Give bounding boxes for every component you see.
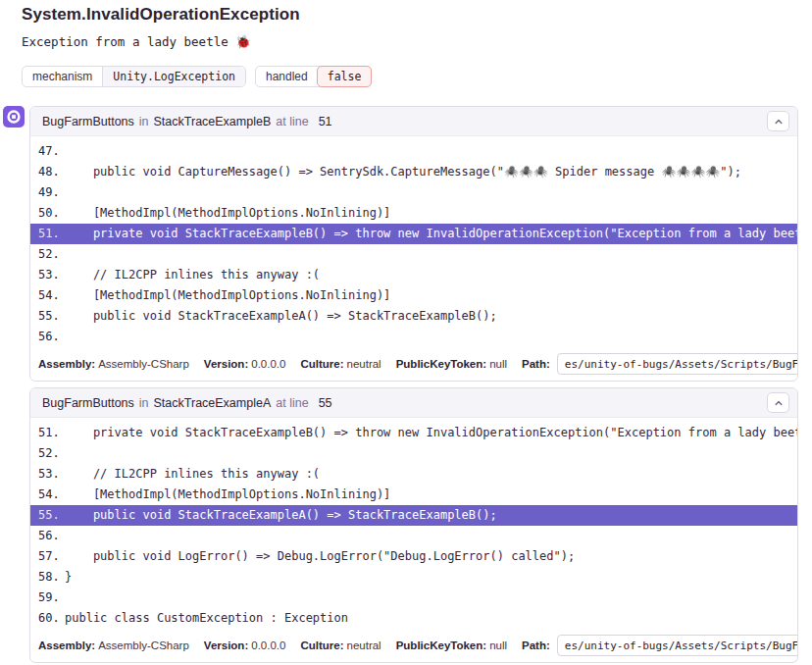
stack-frame: BugFarmButtonsinStackTraceExampleAat lin… [29,387,798,663]
frame-header[interactable]: BugFarmButtonsinStackTraceExampleAat lin… [30,388,797,417]
frame-list: BugFarmButtonsinStackTraceExampleBat lin… [29,106,798,665]
assembly-field-label: Assembly: [38,639,95,651]
tag-value: false [317,66,373,87]
line-number: 57. [38,546,65,567]
chevron-up-icon [774,117,784,127]
code-line: 50. [MethodImpl(MethodImplOptions.NoInli… [30,203,797,224]
line-source: // IL2CPP inlines this anyway :( [65,268,320,281]
code-line: 49. [30,182,797,203]
code-line: 52. [30,443,797,464]
stack-trace: BugFarmButtonsinStackTraceExampleBat lin… [29,106,798,665]
frame-function: StackTraceExampleA [154,396,272,410]
collapse-frame-button[interactable] [767,392,789,413]
assembly-field-value: Assembly-CSharp [98,639,189,651]
code-context: 51. private void StackTraceExampleB() =>… [30,417,797,632]
code-line: 48. public void CaptureMessage() => Sent… [30,162,797,182]
collapse-frame-button[interactable] [767,111,789,131]
frame-module: BugFarmButtons [42,115,134,128]
assembly-field: Version:0.0.0.0 [204,639,286,651]
line-source: private void StackTraceExampleB() => thr… [65,227,798,240]
code-line: 51. private void StackTraceExampleB() =>… [30,423,797,443]
tag-key: mechanism [23,67,102,86]
tag-key: handled [256,67,318,86]
line-number: 48. [38,162,65,182]
frame-in-label: in [139,396,149,410]
tag-list: mechanismUnity.LogExceptionhandledfalse [22,66,798,87]
line-source: [MethodImpl(MethodImplOptions.NoInlining… [65,288,390,302]
frame-function: StackTraceExampleB [154,115,272,128]
code-line: 56. [30,526,797,546]
line-number: 52. [38,244,65,265]
event-detail: System.InvalidOperationException Excepti… [0,0,812,665]
file-path: es/unity-of-bugs/Assets/Scripts/BugFarmB… [557,635,798,656]
assembly-info: Assembly:Assembly-CSharpVersion:0.0.0.0C… [30,350,797,381]
line-number: 51. [38,224,65,244]
code-line: 52. [30,244,797,265]
code-line: 53. // IL2CPP inlines this anyway :( [30,464,797,485]
line-source: } [65,570,72,584]
frame-at-line-label: at line [276,396,308,410]
assembly-field: PublicKeyToken:null [396,639,507,651]
line-number: 49. [38,182,65,203]
frame-header[interactable]: BugFarmButtonsinStackTraceExampleBat lin… [30,107,797,135]
assembly-field: Assembly:Assembly-CSharp [38,358,189,370]
line-source: public void StackTraceExampleA() => Stac… [65,309,497,323]
frame-line-number: 55 [319,396,332,410]
code-line-highlighted: 51. private void StackTraceExampleB() =>… [30,224,797,244]
tag-mechanism[interactable]: mechanismUnity.LogException [22,66,246,87]
tag-handled[interactable]: handledfalse [255,66,372,87]
unity-icon [3,106,25,128]
assembly-field: Version:0.0.0.0 [204,358,286,370]
exception-message: Exception from a lady beetle 🐞 [22,34,798,49]
tag-value: Unity.LogException [102,67,245,86]
line-source: public void StackTraceExampleA() => Stac… [65,508,497,522]
line-source: public void CaptureMessage() => SentrySd… [65,165,741,179]
file-path: es/unity-of-bugs/Assets/Scripts/BugFarmB… [557,353,798,375]
code-line: 54. [MethodImpl(MethodImplOptions.NoInli… [30,285,797,306]
line-number: 58. [38,567,65,588]
code-line: 56. [30,327,797,347]
assembly-field-value: Assembly-CSharp [98,358,189,370]
line-number: 53. [38,265,65,285]
page-title: System.InvalidOperationException [22,5,798,25]
code-line-highlighted: 55. public void StackTraceExampleA() => … [30,505,797,526]
assembly-field-value: 0.0.0.0 [251,358,285,370]
assembly-field-label: Version: [204,358,248,370]
assembly-field-label: Culture: [300,639,343,651]
chevron-up-icon [774,398,784,408]
line-number: 54. [38,485,65,505]
path-label: Path: [522,639,550,651]
assembly-field-label: Culture: [300,358,343,370]
assembly-field-label: PublicKeyToken: [396,639,486,651]
line-source: [MethodImpl(MethodImplOptions.NoInlining… [65,487,390,501]
assembly-field-label: Assembly: [38,358,95,370]
code-context: 47.48. public void CaptureMessage() => S… [30,135,797,350]
frame-line-number: 51 [319,115,332,128]
assembly-field: Culture:neutral [300,639,381,651]
path-field: Path:es/unity-of-bugs/Assets/Scripts/Bug… [522,635,798,656]
path-value-group: es/unity-of-bugs/Assets/Scripts/BugFarmB… [557,635,798,656]
stack-frame: BugFarmButtonsinStackTraceExampleBat lin… [29,106,798,382]
assembly-field: Culture:neutral [300,358,381,370]
line-number: 50. [38,203,65,224]
assembly-field-value: neutral [347,639,381,651]
code-line: 59. [30,588,797,608]
line-number: 52. [38,443,65,464]
line-source: private void StackTraceExampleB() => thr… [65,426,798,439]
assembly-field-value: null [489,358,507,370]
frame-at-line-label: at line [276,115,308,128]
assembly-field-value: null [489,639,507,651]
line-number: 55. [38,306,65,327]
path-value-group: es/unity-of-bugs/Assets/Scripts/BugFarmB… [557,353,798,375]
line-number: 47. [38,141,65,162]
frame-in-label: in [139,115,149,128]
exception-page: { "header": { "title": "System.InvalidOp… [0,0,812,665]
assembly-field-value: neutral [347,358,381,370]
code-line: 55. public void StackTraceExampleA() => … [30,306,797,327]
line-number: 60. [38,608,65,629]
line-number: 56. [38,526,65,546]
assembly-field: Assembly:Assembly-CSharp [38,639,189,651]
assembly-info: Assembly:Assembly-CSharpVersion:0.0.0.0C… [30,632,797,662]
frame-module: BugFarmButtons [42,396,134,410]
code-line: 54. [MethodImpl(MethodImplOptions.NoInli… [30,485,797,505]
